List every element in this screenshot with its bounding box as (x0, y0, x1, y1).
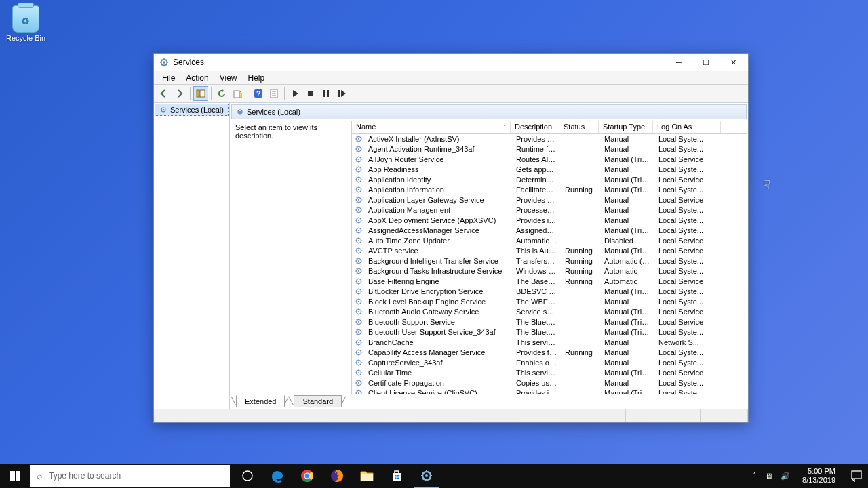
service-row[interactable]: Application Layer Gateway ServiceProvide… (352, 195, 747, 205)
menu-file[interactable]: File (157, 72, 180, 84)
forward-button[interactable] (172, 86, 187, 101)
back-button[interactable] (157, 86, 172, 101)
col-log-on-as[interactable]: Log On As (653, 121, 721, 133)
status-cell (626, 409, 701, 422)
service-row[interactable]: AllJoyn Router ServiceRoutes AllJo...Man… (352, 154, 747, 164)
service-startup: Manual (600, 196, 654, 204)
service-row[interactable]: Capability Access Manager ServiceProvide… (352, 347, 747, 357)
tab-standard[interactable]: Standard (294, 395, 342, 407)
col-startup-type[interactable]: Startup Type (599, 121, 653, 133)
svg-point-30 (358, 188, 359, 190)
service-logon: Local Syste... (654, 348, 722, 357)
restart-service-button[interactable] (334, 86, 349, 101)
service-row[interactable]: Bluetooth User Support Service_343afThe … (352, 327, 747, 337)
col-status[interactable]: Status (559, 121, 599, 133)
refresh-button[interactable] (214, 86, 229, 101)
service-row[interactable]: Block Level Backup Engine ServiceThe WBE… (352, 296, 747, 306)
taskbar-search[interactable]: ⌕ Type here to search (30, 465, 230, 487)
recycle-bin[interactable]: ♻ Recycle Bin (5, 5, 46, 42)
service-row[interactable]: AssignedAccessManager ServiceAssignedAc.… (352, 225, 747, 235)
store-button[interactable] (382, 464, 412, 488)
list-body[interactable]: ActiveX Installer (AxInstSV)Provides Us.… (352, 134, 747, 394)
service-row[interactable]: Certificate PropagationCopies user ...Ma… (352, 378, 747, 388)
gear-icon (355, 176, 363, 184)
tab-extended[interactable]: Extended (236, 395, 285, 407)
help-button[interactable]: ? (251, 86, 266, 101)
stop-service-button[interactable] (303, 86, 318, 101)
service-row[interactable]: BranchCacheThis service ...ManualNetwork… (352, 337, 747, 347)
service-row[interactable]: CaptureService_343afEnables opti...Manua… (352, 357, 747, 367)
service-row[interactable]: Application InformationFacilitates t...R… (352, 184, 747, 195)
service-row[interactable]: BitLocker Drive Encryption ServiceBDESVC… (352, 286, 747, 296)
show-hide-tree-button[interactable] (193, 86, 208, 101)
gear-icon (355, 287, 363, 296)
service-logon: Local Service (654, 318, 722, 326)
svg-point-46 (358, 270, 359, 271)
service-row[interactable]: Application ManagementProcesses in...Man… (352, 205, 747, 215)
minimize-button[interactable]: ─ (665, 54, 692, 71)
volume-icon[interactable]: 🔊 (781, 472, 790, 481)
service-startup: Automatic (600, 277, 654, 285)
chrome-button[interactable] (292, 464, 322, 488)
svg-point-32 (358, 199, 359, 200)
service-row[interactable]: Auto Time Zone UpdaterAutomatica...Disab… (352, 235, 747, 245)
services-taskbar-button[interactable] (412, 464, 441, 488)
service-row[interactable]: Application IdentityDetermines ...Manual… (352, 174, 747, 184)
service-description: Provides inf... (512, 216, 561, 224)
titlebar[interactable]: Services ─ ☐ ✕ (154, 54, 748, 71)
tray-chevron-icon[interactable]: ˄ (753, 472, 757, 481)
action-center-button[interactable] (845, 464, 868, 488)
start-service-button[interactable] (288, 86, 302, 101)
pane-header-title: Services (Local) (247, 108, 300, 116)
service-logon: Local Syste... (654, 359, 722, 367)
menu-view[interactable]: View (214, 72, 243, 84)
start-button[interactable] (0, 464, 30, 488)
firefox-button[interactable] (322, 464, 352, 488)
cortana-button[interactable] (233, 464, 262, 488)
taskbar-clock[interactable]: 5:00 PM 8/13/2019 (798, 467, 840, 485)
service-row[interactable]: Agent Activation Runtime_343afRuntime fo… (352, 144, 747, 154)
col-name[interactable]: Name˄ (352, 121, 511, 133)
service-row[interactable]: Base Filtering EngineThe Base Fil...Runn… (352, 276, 747, 286)
close-button[interactable]: ✕ (719, 54, 747, 71)
menu-help[interactable]: Help (243, 72, 271, 84)
service-name: CaptureService_343af (364, 359, 512, 367)
properties-button[interactable] (267, 86, 281, 101)
service-row[interactable]: Bluetooth Support ServiceThe Bluetoo...M… (352, 317, 747, 327)
export-button[interactable] (230, 86, 245, 101)
edge-button[interactable] (262, 464, 292, 488)
service-description: Determines ... (512, 176, 561, 184)
recycle-bin-icon: ♻ (12, 5, 39, 33)
system-tray[interactable]: ˄ 🖥 🔊 5:00 PM 8/13/2019 (747, 467, 845, 485)
clock-date: 8/13/2019 (802, 476, 835, 485)
service-logon: Local Syste... (654, 145, 722, 153)
network-icon[interactable]: 🖥 (765, 472, 772, 480)
service-status: Running (561, 247, 600, 255)
svg-point-16 (163, 109, 164, 110)
service-row[interactable]: Background Tasks Infrastructure ServiceW… (352, 266, 747, 276)
service-row[interactable]: Client License Service (ClipSVC)Provides… (352, 388, 747, 394)
service-row[interactable]: App ReadinessGets apps re...ManualLocal … (352, 164, 747, 174)
menu-action[interactable]: Action (180, 72, 214, 84)
service-description: This service ... (512, 338, 561, 346)
file-explorer-button[interactable] (352, 464, 382, 488)
service-logon: Local Service (654, 277, 722, 285)
service-row[interactable]: AppX Deployment Service (AppXSVC)Provide… (352, 215, 747, 225)
service-row[interactable]: ActiveX Installer (AxInstSV)Provides Us.… (352, 134, 747, 144)
service-row[interactable]: AVCTP serviceThis is Audi...RunningManua… (352, 245, 747, 256)
gear-icon (355, 216, 363, 224)
col-description[interactable]: Description (511, 121, 559, 133)
service-logon: Local Syste... (654, 226, 722, 235)
service-logon: Local Syste... (654, 206, 722, 214)
service-description: Processes in... (512, 206, 561, 214)
service-startup: Manual (600, 338, 654, 346)
svg-point-62 (358, 351, 359, 352)
svg-point-22 (358, 148, 359, 149)
maximize-button[interactable]: ☐ (692, 54, 719, 71)
tree-item-services-local[interactable]: Services (Local) (155, 104, 229, 116)
service-row[interactable]: Bluetooth Audio Gateway ServiceService s… (352, 306, 747, 317)
pause-service-button[interactable] (319, 86, 334, 101)
service-row[interactable]: Background Intelligent Transfer ServiceT… (352, 256, 747, 266)
service-row[interactable]: Cellular TimeThis service ...Manual (Tri… (352, 367, 747, 378)
gear-icon (355, 237, 363, 245)
